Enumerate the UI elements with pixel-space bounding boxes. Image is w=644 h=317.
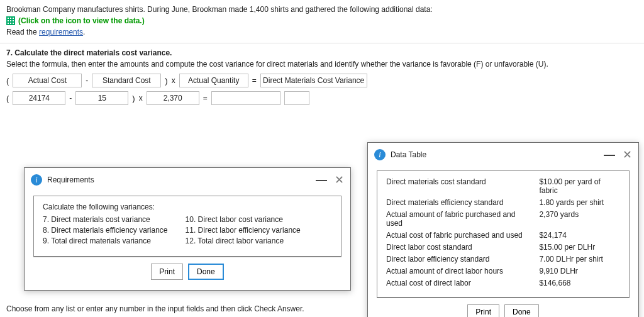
question-title: 7. Calculate the direct materials cost v…	[6, 48, 638, 57]
table-row: Direct materials efficiency standard1.80…	[386, 198, 620, 207]
close-icon[interactable]: ✕	[335, 173, 344, 187]
op-minus-2: -	[69, 94, 72, 103]
view-data-link[interactable]: (Click on the icon to view the data.)	[18, 16, 145, 25]
print-button[interactable]: Print	[467, 304, 499, 317]
input-variance-amount[interactable]	[211, 91, 280, 105]
op-equals: =	[252, 76, 257, 85]
requirements-col-left: 7. Direct materials cost variance 8. Dir…	[43, 215, 168, 247]
formula-slot-a[interactable]: Actual Cost	[13, 74, 82, 87]
list-item: 12. Total direct labor variance	[186, 236, 301, 245]
input-variance-fu[interactable]	[284, 91, 309, 105]
divider	[0, 43, 644, 43]
table-row: Direct labor cost standard$15.00 per DLH…	[386, 243, 620, 252]
done-button[interactable]: Done	[188, 264, 224, 280]
table-row: Actual cost of fabric purchased and used…	[386, 231, 620, 240]
table-row: Actual amount of fabric purchased and us…	[386, 210, 620, 228]
requirements-col-right: 10. Direct labor cost variance 11. Direc…	[186, 215, 301, 247]
op-minus: -	[86, 76, 88, 85]
formula-labels-row: ( Actual Cost - Standard Cost ) x Actual…	[6, 74, 638, 87]
table-row: Actual amount of direct labor hours9,910…	[386, 267, 620, 275]
open-paren: (	[6, 76, 9, 86]
read-prefix: Read the	[6, 28, 39, 36]
list-item: 11. Direct labor efficiency variance	[186, 226, 301, 235]
minimize-icon[interactable]: —	[604, 152, 615, 158]
formula-slot-d[interactable]: Direct Materials Cost Variance	[260, 74, 367, 87]
close-paren: )	[165, 76, 167, 86]
read-suffix: .	[83, 28, 85, 36]
minimize-icon[interactable]: —	[316, 177, 327, 183]
question-instruction: Select the formula, then enter the amoun…	[6, 60, 638, 69]
close-icon[interactable]: ✕	[623, 148, 632, 162]
op-times-2: x	[139, 94, 143, 103]
formula-values-row: ( 24174 - 15 ) x 2,370 =	[6, 91, 638, 105]
footer-hint: Choose from any list or enter any number…	[6, 304, 304, 313]
data-table-icon[interactable]	[6, 16, 15, 25]
requirements-lead: Calculate the following variances:	[43, 203, 332, 211]
table-row: Direct materials cost standard$10.00 per…	[386, 177, 620, 195]
list-item: 9. Total direct materials variance	[43, 236, 168, 245]
data-table-modal: i Data Table — ✕ Direct materials cost s…	[367, 142, 639, 317]
requirements-modal: i Requirements — ✕ Calculate the followi…	[24, 167, 351, 291]
table-row: Direct labor efficiency standard7.00 DLH…	[386, 255, 620, 264]
input-standard-cost[interactable]: 15	[75, 91, 128, 105]
formula-slot-c[interactable]: Actual Quantity	[179, 74, 248, 87]
list-item: 8. Direct materials efficiency variance	[43, 226, 168, 235]
list-item: 7. Direct materials cost variance	[43, 215, 168, 224]
intro-text: Brookman Company manufactures shirts. Du…	[6, 5, 638, 14]
done-button[interactable]: Done	[504, 304, 539, 317]
op-times: x	[172, 76, 175, 85]
op-equals-2: =	[203, 94, 208, 103]
requirements-modal-title: Requirements	[47, 175, 94, 184]
close-paren-2: )	[132, 94, 135, 103]
input-actual-cost[interactable]: 24174	[13, 91, 65, 105]
data-table-modal-title: Data Table	[391, 150, 426, 159]
print-button[interactable]: Print	[151, 264, 183, 280]
list-item: 10. Direct labor cost variance	[186, 215, 301, 224]
formula-slot-b[interactable]: Standard Cost	[92, 74, 161, 87]
data-table-body: Direct materials cost standard$10.00 per…	[377, 170, 630, 298]
table-row: Actual cost of direct labor$146,668	[386, 279, 620, 287]
open-paren-2: (	[6, 94, 9, 103]
requirements-link[interactable]: requirements	[39, 28, 83, 36]
input-actual-qty[interactable]: 2,370	[147, 91, 199, 105]
info-icon: i	[31, 174, 42, 186]
info-icon: i	[374, 149, 386, 160]
